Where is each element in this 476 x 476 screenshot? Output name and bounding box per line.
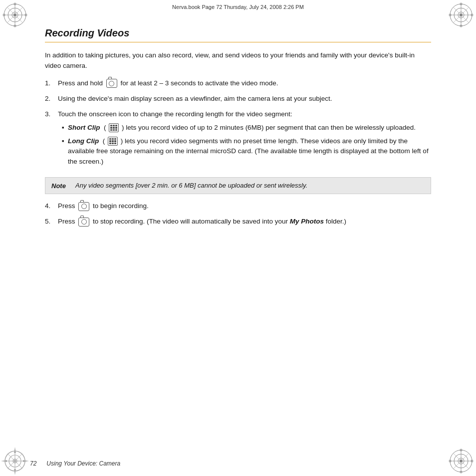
note-label: Note [51, 182, 69, 190]
svg-point-42 [460, 460, 463, 463]
page-title: Recording Videos [45, 27, 431, 39]
step-3-content: Touch the onscreen icon to change the re… [58, 109, 431, 171]
header-text: Nerva.book Page 72 Thursday, July 24, 20… [172, 4, 304, 10]
step-3: 3. Touch the onscreen icon to change the… [45, 109, 431, 171]
short-clip-label: Short Clip [68, 124, 100, 131]
corner-decoration-tl [0, 0, 30, 30]
camera-icon-step5 [78, 218, 89, 227]
note-text: Any video segments [over 2 min. or 6 MB]… [75, 181, 307, 190]
step-1-content: Press and hold for at least 2 – 3 second… [58, 78, 431, 89]
steps-list: 1. Press and hold for at least 2 – 3 sec… [45, 78, 431, 170]
step-3-number: 3. [45, 109, 58, 120]
long-clip-content: Long Clip ( [68, 136, 431, 168]
svg-marker-34 [23, 460, 29, 462]
bullet-icon: ■ [62, 125, 68, 131]
sub-bullet-list: ■ Short Clip ( [58, 123, 431, 168]
svg-marker-32 [14, 469, 16, 475]
corner-decoration-tr [446, 0, 476, 30]
bullet-icon-2: ■ [62, 139, 68, 144]
sub-item-long-clip: ■ Long Clip ( [62, 136, 431, 168]
intro-paragraph: In addition to taking pictures, you can … [45, 50, 431, 71]
short-clip-content: Short Clip ( [68, 123, 416, 133]
svg-marker-31 [14, 447, 16, 453]
main-content: Recording Videos In addition to taking p… [45, 27, 431, 446]
corner-decoration-bl [0, 446, 30, 476]
footer-chapter: Using Your Device: Camera [46, 460, 120, 467]
step-5-number: 5. [45, 217, 58, 227]
step-4: 4. Press to begin recording. [45, 201, 431, 212]
step-1: 1. Press and hold for at least 2 – 3 sec… [45, 78, 431, 89]
step-4-content: Press to begin recording. [58, 201, 431, 212]
svg-point-19 [460, 13, 463, 16]
my-photos-label: My Photos [290, 218, 324, 225]
short-clip-icon [109, 123, 119, 132]
step-1-number: 1. [45, 78, 58, 89]
corner-decoration-br [446, 446, 476, 476]
camera-icon-step1 [106, 79, 117, 88]
note-box: Note Any video segments [over 2 min. or … [45, 177, 431, 194]
sub-item-short-clip: ■ Short Clip ( [62, 123, 431, 133]
page-footer: 72 Using Your Device: Camera [30, 460, 446, 467]
step-4-number: 4. [45, 201, 58, 212]
steps-after-list: 4. Press to begin recording. 5. Press to… [45, 201, 431, 227]
long-clip-label: Long Clip [68, 137, 99, 145]
camera-icon-step4 [78, 202, 89, 211]
title-divider [45, 42, 431, 42]
step-5-content: Press to stop recording. (The video will… [58, 217, 431, 227]
step-2-content: Using the device's main display screen a… [58, 94, 431, 104]
long-clip-icon [108, 137, 118, 146]
svg-marker-33 [1, 460, 7, 462]
step-5: 5. Press to stop recording. (The video w… [45, 217, 431, 227]
step-2: 2. Using the device's main display scree… [45, 94, 431, 104]
page-header: Nerva.book Page 72 Thursday, July 24, 20… [30, 4, 446, 10]
footer-page-number: 72 [30, 460, 36, 467]
svg-point-7 [13, 13, 16, 16]
step-2-number: 2. [45, 94, 58, 104]
